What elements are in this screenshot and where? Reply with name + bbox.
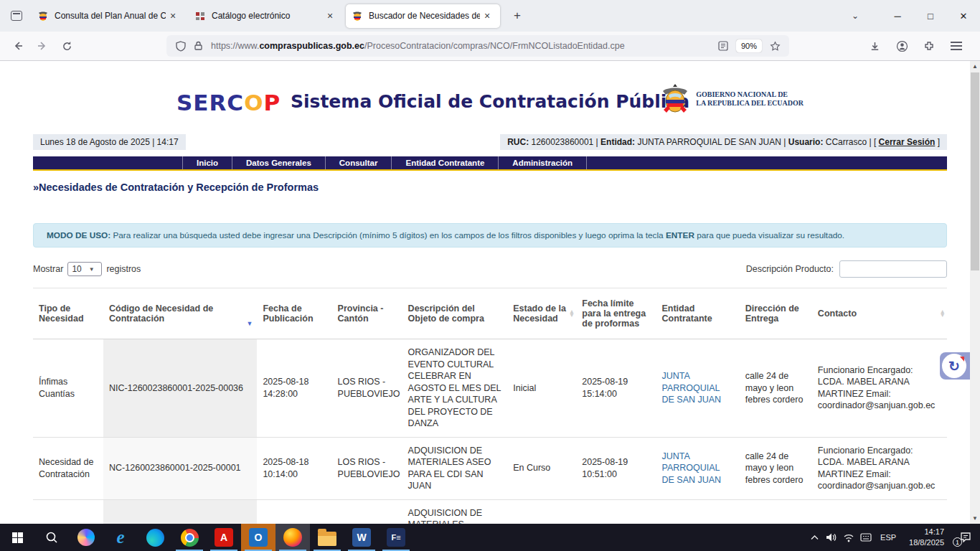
scroll-up-icon[interactable]: ▲ xyxy=(970,61,980,72)
taskbar-f-app-button[interactable]: F≡ xyxy=(379,524,413,551)
ruc-value: 1260023860001 xyxy=(532,137,594,147)
show-entries-select[interactable]: 10▼ xyxy=(67,262,102,276)
volume-icon[interactable] xyxy=(823,524,840,551)
col-fecha-limite[interactable]: Fecha límite para la entrega de proforma… xyxy=(576,288,656,339)
notification-center-button[interactable]: 1 xyxy=(951,524,980,551)
col-estado-necesidad[interactable]: Estado de la Necesidad▲▼ xyxy=(507,288,576,339)
system-tray: ESP 14:17 18/8/2025 1 xyxy=(806,524,980,551)
taskbar-firefox-button[interactable] xyxy=(275,524,310,551)
separator: | xyxy=(783,137,786,147)
col-entidad-contratante[interactable]: Entidad Contratante xyxy=(656,288,739,339)
table-row: Necesidad de Contratación NC-12600238600… xyxy=(33,437,947,499)
browser-tab-3-active[interactable]: Buscador de Necesidades de Co × xyxy=(346,4,500,28)
close-button[interactable]: ✕ xyxy=(947,0,980,32)
sort-both-icon: ▲▼ xyxy=(569,310,575,318)
zoom-level-badge[interactable]: 90% xyxy=(736,39,762,52)
nav-item-entidad-contratante[interactable]: Entidad Contratante xyxy=(391,156,498,169)
col-fecha-publicacion[interactable]: Fecha de Publicación xyxy=(257,288,331,339)
entidad-value: JUNTA PARROQUIAL DE SAN JUAN xyxy=(637,137,781,147)
col-tipo-necesidad[interactable]: Tipo de Necesidad xyxy=(33,288,103,339)
tab-close-icon[interactable]: × xyxy=(480,9,494,23)
status-row: Lunes 18 de Agosto de 2025 | 14:17 RUC: … xyxy=(33,134,947,150)
taskbar-chrome-button[interactable] xyxy=(172,524,207,551)
extensions-icon[interactable] xyxy=(918,35,940,57)
nav-item-inicio[interactable]: Inicio xyxy=(182,156,232,169)
tray-chevron-up-icon[interactable] xyxy=(806,524,823,551)
taskbar-edge-button[interactable] xyxy=(138,524,172,551)
lock-icon[interactable] xyxy=(189,37,207,55)
touch-keyboard-icon[interactable] xyxy=(857,524,875,551)
forward-icon[interactable] xyxy=(32,35,53,57)
windows-logo-icon xyxy=(12,532,23,543)
col-codigo-necesidad[interactable]: Código de Necesidad de Contratación▼ xyxy=(103,288,257,339)
ruc-label: RUC: xyxy=(507,137,529,147)
logout-link[interactable]: Cerrar Sesión xyxy=(879,137,936,147)
government-logo: GOBIERNO NACIONAL DE LA REPUBLICA DEL EC… xyxy=(660,83,804,116)
reload-icon[interactable] xyxy=(56,35,77,57)
taskbar-outlook-button[interactable]: O xyxy=(241,524,275,551)
tab-close-icon[interactable]: × xyxy=(323,9,337,23)
network-icon[interactable] xyxy=(840,524,857,551)
outlook-icon: O xyxy=(249,528,268,547)
shield-icon[interactable] xyxy=(172,37,189,55)
reader-mode-icon[interactable] xyxy=(715,37,732,55)
session-box: RUC: 1260023860001 | Entidad: JUNTA PARR… xyxy=(500,134,947,150)
minimize-button[interactable]: ─ xyxy=(881,0,914,32)
tab-close-icon[interactable]: × xyxy=(166,9,180,23)
cell-descripcion: ADQUISICION DE MATERIALES ASEO PARA EL C… xyxy=(402,437,508,499)
separator: | xyxy=(869,137,871,147)
taskbar-search-button[interactable] xyxy=(34,524,69,551)
browser-tab-1[interactable]: Consulta del Plan Anual de Con × xyxy=(32,4,186,28)
col-descripcion-objeto[interactable]: Descripción del Objeto de compra xyxy=(402,288,508,339)
ecuador-crest-favicon xyxy=(352,10,363,22)
scrollbar-thumb[interactable] xyxy=(971,72,979,270)
cell-descripcion: ADQUISICION DE MATERIALES FUNGIBLE PARA … xyxy=(402,499,508,524)
language-indicator[interactable]: ESP xyxy=(875,533,902,542)
entidad-link[interactable]: JUNTA PARROQUIAL DE SAN JUAN xyxy=(661,451,721,485)
browser-tab-2[interactable]: Catálogo electrónico × xyxy=(189,4,343,28)
taskbar-acrobat-button[interactable]: A xyxy=(207,524,241,551)
search-icon xyxy=(45,531,58,544)
cell-contacto: Funcionario Encargado: LCDA. MABEL ARANA… xyxy=(812,339,947,438)
site-title: Sistema Oficial de Contratación Pública xyxy=(33,77,947,112)
tray-clock[interactable]: 14:17 18/8/2025 xyxy=(902,527,951,548)
page-title: »Necesidades de Contratación y Recepción… xyxy=(33,182,947,193)
accessibility-widget-button[interactable]: ↻ xyxy=(940,352,970,380)
url-bar[interactable]: https://www.compraspublicas.gob.ec/Proce… xyxy=(166,35,789,57)
list-all-tabs-icon[interactable]: ⌄ xyxy=(845,6,865,26)
cell-codigo: NC-1260023860001-2025-00001 xyxy=(103,437,257,499)
nav-item-consultar[interactable]: Consultar xyxy=(325,156,392,169)
scroll-down-icon[interactable]: ▼ xyxy=(970,513,980,524)
nav-item-datos-generales[interactable]: Datos Generales xyxy=(232,156,325,169)
menu-hamburger-icon[interactable] xyxy=(946,35,967,57)
cell-tipo: Ínfimas Cuantías xyxy=(33,499,103,524)
cell-tipo: Ínfimas Cuantías xyxy=(33,339,103,438)
taskbar-internet-explorer-button[interactable]: e xyxy=(103,524,138,551)
downloads-icon[interactable] xyxy=(864,35,885,57)
cell-codigo: NIC-1260023860001-2025-00035 xyxy=(103,499,257,524)
entidad-link[interactable]: JUNTA PARROQUIAL DE SAN JUAN xyxy=(661,371,721,405)
descripcion-producto-input[interactable] xyxy=(839,260,947,278)
taskbar-copilot-button[interactable] xyxy=(69,524,103,551)
maximize-button[interactable]: □ xyxy=(914,0,947,32)
start-button[interactable] xyxy=(0,524,34,551)
new-tab-button[interactable]: + xyxy=(507,6,527,26)
sort-desc-icon: ▼ xyxy=(246,320,253,327)
nav-item-administracion[interactable]: Administración xyxy=(498,156,587,169)
edge-icon xyxy=(146,529,164,547)
bookmark-star-icon[interactable] xyxy=(766,37,783,55)
cell-direccion: calle 24 de mayo y leon febres cordero xyxy=(740,339,812,438)
col-direccion-entrega[interactable]: Dirección de Entrega xyxy=(740,288,812,339)
firefox-view-icon[interactable] xyxy=(6,5,27,27)
col-provincia-canton[interactable]: Provincia - Cantón xyxy=(332,288,402,339)
back-icon[interactable] xyxy=(7,35,29,57)
page-scrollbar[interactable]: ▲ ▼ xyxy=(970,61,980,524)
col-contacto[interactable]: Contacto▲▼ xyxy=(812,288,947,339)
sort-both-icon: ▲▼ xyxy=(940,310,946,318)
copilot-icon xyxy=(77,529,95,546)
account-icon[interactable] xyxy=(891,35,913,57)
windows-taskbar: e A O W F≡ ESP 14:17 18/8/2025 1 xyxy=(0,524,980,551)
taskbar-word-button[interactable]: W xyxy=(344,524,379,551)
taskbar-file-explorer-button[interactable] xyxy=(310,524,344,551)
government-logo-text: GOBIERNO NACIONAL DE LA REPUBLICA DEL EC… xyxy=(696,90,804,108)
